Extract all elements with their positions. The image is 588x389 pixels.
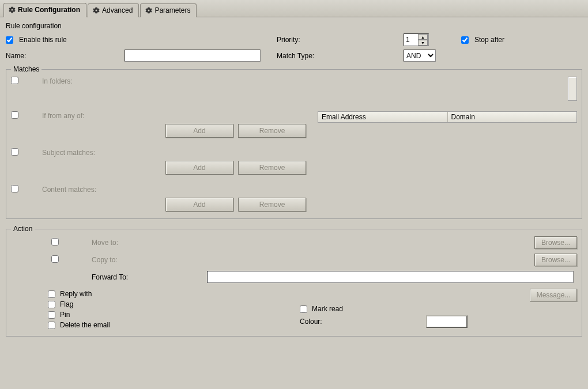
if-from-remove-button[interactable]: Remove <box>238 124 306 138</box>
tab-advanced[interactable]: Advanced <box>88 3 139 17</box>
tab-label: Rule Configuration <box>18 6 80 14</box>
mark-read-checkbox[interactable] <box>300 305 307 313</box>
matches-legend: Matches <box>11 65 42 73</box>
forward-to-input[interactable] <box>207 271 574 283</box>
section-title: Rule configuration <box>6 22 582 30</box>
move-to-browse-button[interactable]: Browse... <box>534 236 577 249</box>
if-from-add-button[interactable]: Add <box>165 124 233 138</box>
tab-parameters[interactable]: Parameters <box>140 3 197 17</box>
col-email[interactable]: Email Address <box>318 112 448 122</box>
reply-message-button[interactable]: Message... <box>530 289 577 301</box>
gear-icon <box>93 7 100 14</box>
tab-rule-configuration[interactable]: Rule Configuration <box>3 3 86 17</box>
enable-rule-label: Enable this rule <box>19 36 67 44</box>
forward-to-label: Forward To: <box>92 273 207 281</box>
if-from-label: If from any of: <box>42 111 163 120</box>
tab-label: Advanced <box>102 6 133 14</box>
gear-icon <box>9 6 16 13</box>
colour-swatch[interactable] <box>426 315 468 328</box>
subject-add-button[interactable]: Add <box>165 161 233 175</box>
move-to-label: Move to: <box>92 239 207 247</box>
match-type-select[interactable]: AND <box>404 50 436 62</box>
content-remove-button[interactable]: Remove <box>238 198 306 212</box>
stop-after-label: Stop after <box>474 36 504 44</box>
stop-after-checkbox[interactable] <box>461 36 469 44</box>
pin-label: Pin <box>60 311 70 319</box>
reply-with-checkbox[interactable] <box>48 290 55 298</box>
delete-label: Delete the email <box>60 321 110 329</box>
priority-input[interactable] <box>404 34 418 46</box>
enable-rule-checkbox[interactable] <box>6 36 13 44</box>
pin-checkbox[interactable] <box>48 311 55 319</box>
reply-with-label: Reply with <box>60 290 92 298</box>
mark-read-label: Mark read <box>312 305 343 313</box>
priority-stepper[interactable]: ▲ ▼ <box>404 33 429 46</box>
move-to-checkbox[interactable] <box>51 238 59 246</box>
in-folders-checkbox[interactable] <box>11 77 18 84</box>
if-from-checkbox[interactable] <box>11 111 18 119</box>
name-input[interactable] <box>125 50 261 62</box>
action-legend: Action <box>11 225 35 233</box>
content-checkbox[interactable] <box>11 185 18 192</box>
in-folders-label: In folders: <box>42 77 163 85</box>
if-from-list-header: Email Address Domain <box>318 111 577 123</box>
name-label: Name: <box>6 52 121 60</box>
subject-checkbox[interactable] <box>11 148 18 156</box>
priority-down[interactable]: ▼ <box>418 40 428 46</box>
gear-icon <box>145 7 152 14</box>
delete-checkbox[interactable] <box>48 322 55 329</box>
folders-browse-stub[interactable] <box>568 77 577 101</box>
copy-to-checkbox[interactable] <box>51 255 59 263</box>
match-type-label: Match Type: <box>277 52 404 60</box>
col-domain[interactable]: Domain <box>448 112 577 122</box>
flag-checkbox[interactable] <box>48 301 55 308</box>
copy-to-browse-button[interactable]: Browse... <box>534 254 577 266</box>
tab-label: Parameters <box>154 6 190 14</box>
action-group: Action Move to: Browse... Copy to: Brows… <box>6 225 582 337</box>
subject-label: Subject matches: <box>42 148 163 157</box>
content-add-button[interactable]: Add <box>165 198 233 212</box>
content-label: Content matches: <box>42 185 163 194</box>
colour-label: Colour: <box>300 318 322 326</box>
matches-group: Matches In folders: If from any of: Add … <box>6 65 582 219</box>
tab-bar: Rule Configuration Advanced Parameters <box>0 0 588 17</box>
priority-label: Priority: <box>277 36 404 44</box>
priority-up[interactable]: ▲ <box>418 34 428 40</box>
subject-remove-button[interactable]: Remove <box>238 161 306 175</box>
flag-label: Flag <box>60 300 73 308</box>
copy-to-label: Copy to: <box>92 256 207 264</box>
